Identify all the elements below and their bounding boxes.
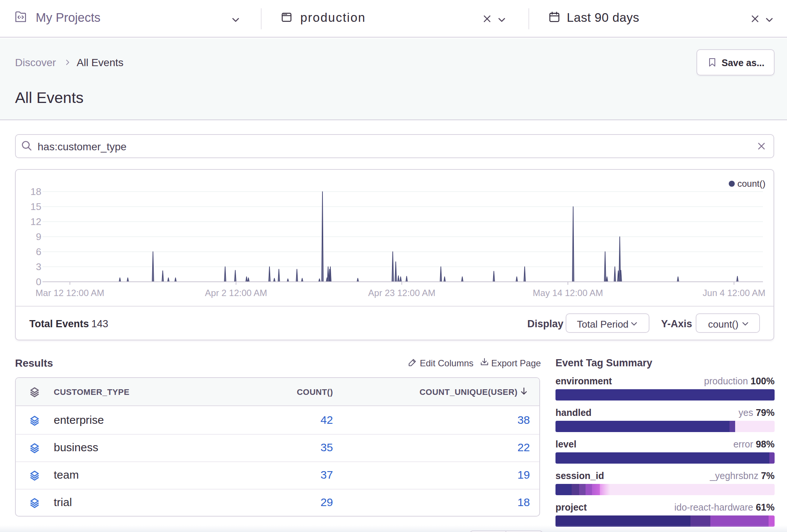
svg-text:15: 15: [30, 201, 41, 212]
svg-text:0: 0: [36, 276, 41, 287]
svg-text:3: 3: [36, 261, 41, 272]
svg-text:18: 18: [30, 186, 41, 197]
svg-text:6: 6: [36, 246, 41, 257]
svg-text:count(): count(): [737, 178, 766, 189]
svg-text:12: 12: [30, 216, 41, 227]
svg-text:9: 9: [36, 231, 41, 242]
